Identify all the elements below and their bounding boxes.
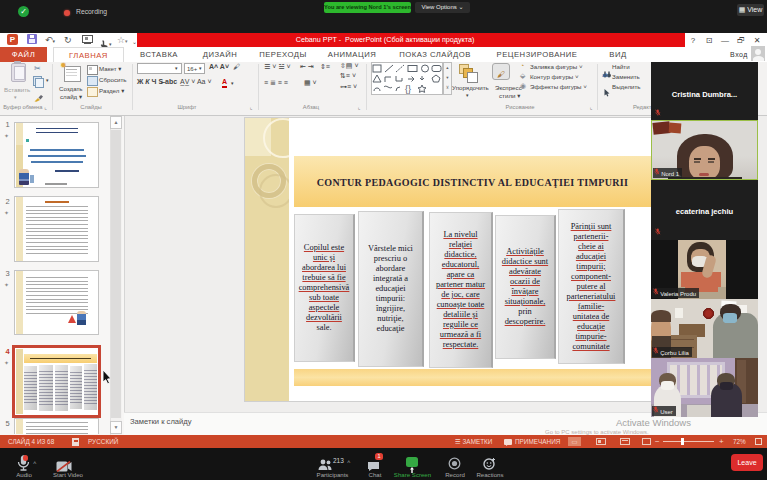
svg-text:{}: {} bbox=[405, 84, 411, 94]
